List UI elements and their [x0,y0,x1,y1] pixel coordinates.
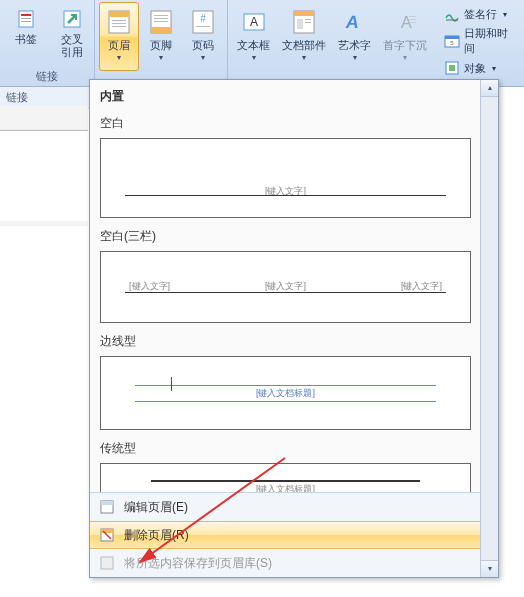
save-selection-menuitem: 将所选内容保存到页眉库(S) [90,549,481,577]
dropdown-arrow-icon: ▾ [159,53,163,62]
svg-rect-41 [101,557,113,569]
gallery-subcat-trad: 传统型 [98,434,473,461]
header-gallery-dropdown: 内置 空白 [键入文字] 空白(三栏) [键入文字] [键入文字] [键入文字]… [89,79,499,578]
svg-rect-28 [409,19,416,20]
svg-text:#: # [201,13,207,24]
bookmark-icon [14,7,38,31]
edit-header-menuitem[interactable]: 编辑页眉(E) [90,493,481,521]
svg-rect-3 [21,21,31,22]
dropdown-arrow-icon: ▾ [117,53,121,62]
ribbon: 书签 交叉 引用 链接 页眉 ▾ 页 [0,0,524,87]
textbox-label: 文本框 [237,39,270,52]
gallery-scrollbar[interactable]: ▴ ▾ [480,80,498,577]
pagenum-icon: # [188,7,218,37]
dropdown-arrow-icon: ▾ [403,53,407,62]
svg-rect-2 [21,18,31,19]
datetime-label: 日期和时间 [464,26,516,56]
svg-text:A: A [344,12,360,32]
remove-header-menuitem[interactable]: 删除页眉(R) [90,521,481,549]
dropcap-button[interactable]: A 首字下沉 ▾ [378,2,432,71]
svg-rect-17 [196,26,210,27]
svg-rect-11 [151,27,171,33]
crossref-label: 交叉 引用 [61,33,83,59]
datetime-icon: 5 [444,33,460,49]
object-icon [444,60,460,76]
gallery-item-trad[interactable]: [键入文档标题] [选取日期] [100,463,471,492]
edit-header-label: 编辑页眉(E) [124,499,188,516]
bookmark-button[interactable]: 书签 [4,2,48,68]
gallery-subcat-edge: 边线型 [98,327,473,354]
scroll-down-icon[interactable]: ▾ [481,560,498,577]
object-button[interactable]: 对象 ▾ [440,58,520,78]
footer-label: 页脚 [150,39,172,52]
save-selection-label: 将所选内容保存到页眉库(S) [124,555,272,572]
remove-header-icon [98,526,116,544]
gallery-footer-menu: 编辑页眉(E) 删除页眉(R) 将所选内容保存到页眉库(S) [90,492,481,577]
svg-rect-9 [112,26,126,27]
svg-text:A: A [250,15,258,29]
svg-rect-29 [409,22,416,23]
quickparts-button[interactable]: 文档部件 ▾ [277,2,331,71]
svg-rect-7 [112,20,126,21]
dropdown-arrow-icon: ▾ [353,53,357,62]
dropcap-icon: A [390,7,420,37]
quickparts-label: 文档部件 [282,39,326,52]
datetime-button[interactable]: 5 日期和时间 [440,24,520,58]
svg-rect-13 [154,18,168,19]
dropcap-label: 首字下沉 [383,39,427,52]
dropdown-arrow-icon: ▾ [492,64,496,73]
sigline-button[interactable]: 签名行 ▾ [440,4,520,24]
placeholder-doctitle: [键入文档标题] [256,483,315,492]
svg-rect-24 [305,22,311,23]
dropdown-arrow-icon: ▾ [503,10,507,19]
svg-rect-1 [21,14,31,16]
svg-rect-8 [112,23,126,24]
svg-rect-35 [449,65,455,71]
svg-rect-27 [409,16,416,17]
pagenum-label: 页码 [192,39,214,52]
textbox-button[interactable]: A 文本框 ▾ [232,2,275,71]
footer-icon [146,7,176,37]
dropdown-arrow-icon: ▾ [302,53,306,62]
bookmark-label: 书签 [15,33,37,46]
sigline-label: 签名行 [464,7,497,22]
dropdown-arrow-icon: ▾ [252,53,256,62]
svg-rect-6 [109,11,129,17]
svg-rect-22 [297,19,303,29]
wordart-button[interactable]: A 艺术字 ▾ [333,2,376,71]
placeholder-doctitle: [键入文档标题] [256,387,315,400]
svg-rect-32 [445,36,459,39]
object-label: 对象 [464,61,486,76]
header-label: 页眉 [108,39,130,52]
links-group-label: 链接 [4,68,90,86]
gallery-item-edge[interactable]: [键入文档标题] [100,356,471,430]
footer-button[interactable]: 页脚 ▾ [141,2,181,71]
gallery-item-blank[interactable]: [键入文字] [100,138,471,218]
header-icon [104,7,134,37]
scroll-up-icon[interactable]: ▴ [481,80,498,97]
wordart-icon: A [340,7,370,37]
svg-rect-12 [154,15,168,16]
remove-header-label: 删除页眉(R) [124,527,189,544]
pagenum-button[interactable]: # 页码 ▾ [183,2,223,71]
svg-rect-14 [154,21,168,22]
gallery-subcat-blank3: 空白(三栏) [98,222,473,249]
header-button[interactable]: 页眉 ▾ [99,2,139,71]
svg-rect-37 [101,501,113,505]
textbox-icon: A [239,7,269,37]
gallery-category-builtin: 内置 [98,84,473,109]
gallery-subcat-blank: 空白 [98,109,473,136]
dropdown-arrow-icon: ▾ [201,53,205,62]
quickparts-icon [289,7,319,37]
svg-rect-21 [294,11,314,16]
gallery-item-blank3[interactable]: [键入文字] [键入文字] [键入文字] [100,251,471,323]
svg-rect-23 [305,19,311,20]
crossref-icon [60,7,84,31]
signature-icon [444,6,460,22]
wordart-label: 艺术字 [338,39,371,52]
placeholder-text: [键入文字] [265,185,306,198]
edit-header-icon [98,498,116,516]
save-selection-icon [98,554,116,572]
crossref-button[interactable]: 交叉 引用 [50,2,94,68]
svg-rect-39 [101,529,113,533]
